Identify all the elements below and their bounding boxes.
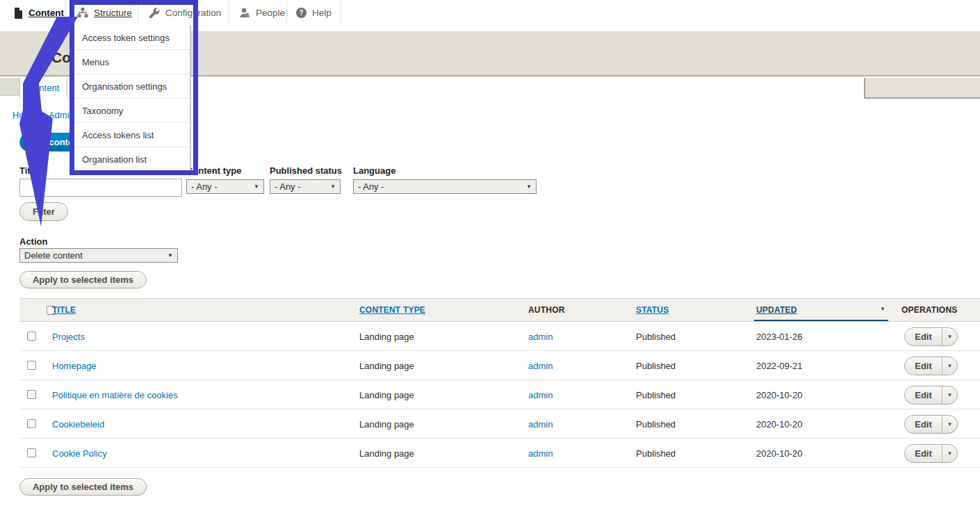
node-title-link[interactable]: Projects: [52, 332, 85, 342]
node-title-link[interactable]: Politique en matière de cookies: [52, 390, 178, 400]
content-type-select-value: - Any -: [191, 181, 218, 192]
edit-split-button[interactable]: Edit ▼: [904, 415, 958, 434]
content-type-select[interactable]: - Any - ▼: [186, 179, 264, 194]
content-type-cell: Landing page: [359, 448, 414, 459]
menu-item-taxonomy[interactable]: Taxonomy: [72, 99, 190, 123]
title-filter-input[interactable]: [19, 179, 182, 197]
menu-item-organisation-settings[interactable]: Organisation settings: [72, 74, 190, 99]
filter-button[interactable]: Filter: [19, 202, 68, 221]
toolbar-item-content[interactable]: Content: [0, 0, 66, 26]
tab-content[interactable]: Content: [19, 78, 67, 97]
edit-split-button[interactable]: Edit ▼: [904, 444, 958, 463]
edit-dropdown-caret-icon[interactable]: ▼: [942, 416, 957, 433]
content-type-cell: Landing page: [359, 390, 414, 400]
wrench-icon: [149, 8, 160, 19]
caret-down-icon: ▼: [526, 183, 532, 190]
edit-dropdown-caret-icon[interactable]: ▼: [942, 386, 957, 404]
node-title-link[interactable]: Cookiebeleid: [52, 419, 104, 430]
caret-down-icon: ▼: [254, 183, 259, 190]
edit-dropdown-caret-icon[interactable]: ▼: [942, 357, 957, 375]
content-type-cell: Landing page: [359, 419, 414, 430]
action-select-value: Delete content: [24, 250, 83, 261]
node-title-link[interactable]: Cookie Policy: [52, 448, 107, 459]
row-checkbox[interactable]: [27, 361, 36, 370]
admin-toolbar: Content Structure Configuration: [0, 0, 980, 26]
edit-split-button[interactable]: Edit ▼: [904, 357, 958, 375]
table-row: Projects Landing page admin Published 20…: [19, 322, 980, 351]
content-type-cell: Landing page: [359, 332, 414, 342]
edit-dropdown-caret-icon[interactable]: ▼: [942, 445, 957, 462]
row-checkbox[interactable]: [27, 390, 36, 399]
edit-button[interactable]: Edit: [905, 416, 942, 433]
toolbar-item-label: Structure: [94, 8, 132, 18]
language-select-value: - Any -: [358, 181, 384, 192]
file-icon: [14, 8, 23, 19]
author-link[interactable]: admin: [528, 390, 553, 400]
content-type-filter-label: Content type: [186, 165, 241, 176]
updated-cell: 2020-10-20: [756, 448, 803, 459]
updated-cell: 2022-09-21: [756, 361, 803, 371]
status-cell: Published: [636, 361, 676, 371]
language-filter-label: Language: [353, 165, 395, 176]
row-checkbox[interactable]: [27, 332, 36, 341]
edit-button[interactable]: Edit: [905, 445, 942, 462]
edit-button[interactable]: Edit: [905, 328, 942, 345]
toolbar-item-people[interactable]: People: [229, 0, 287, 26]
menu-item-organisation-list[interactable]: Organisation list: [72, 147, 190, 172]
edit-split-button[interactable]: Edit ▼: [904, 386, 958, 405]
column-header-content-type[interactable]: CONTENT TYPE: [359, 305, 425, 315]
menu-item-access-token-settings[interactable]: Access token settings: [72, 26, 190, 50]
action-label: Action: [19, 236, 47, 247]
column-header-updated-sorted[interactable]: UPDATED: [756, 305, 797, 315]
title-filter-label: Title: [19, 165, 38, 176]
status-cell: Published: [636, 448, 676, 459]
toolbar-item-structure[interactable]: Structure: [66, 0, 139, 26]
content-type-cell: Landing page: [359, 361, 414, 371]
published-status-filter-label: Published status: [270, 165, 342, 176]
updated-cell: 2020-10-20: [756, 419, 803, 430]
menu-item-access-tokens-list[interactable]: Access tokens list: [72, 123, 190, 147]
toolbar-item-label: Content: [28, 8, 64, 18]
tabbar-right-gray: [864, 78, 980, 99]
person-icon: [239, 8, 250, 19]
edit-dropdown-caret-icon[interactable]: ▼: [942, 328, 957, 345]
caret-down-icon: ▼: [168, 252, 173, 259]
status-cell: Published: [636, 332, 676, 342]
toolbar-item-label: Configuration: [165, 8, 221, 18]
menu-item-menus[interactable]: Menus: [72, 50, 190, 74]
help-circle-icon: ?: [296, 8, 307, 18]
updated-cell: 2023-01-26: [756, 332, 803, 342]
table-row: Cookiebeleid Landing page admin Publishe…: [19, 409, 980, 439]
toolbar-item-label: Help: [312, 8, 332, 18]
apply-to-selected-button-top[interactable]: Apply to selected items: [19, 271, 147, 288]
author-link[interactable]: admin: [528, 448, 553, 459]
caret-down-icon: ▼: [330, 183, 336, 190]
column-header-operations: OPERATIONS: [901, 305, 957, 315]
table-header-row: TITLE CONTENT TYPE AUTHOR STATUS UPDATED…: [19, 298, 980, 322]
toolbar-item-configuration[interactable]: Configuration: [139, 0, 229, 26]
column-header-title[interactable]: TITLE: [52, 305, 76, 315]
edit-split-button[interactable]: Edit ▼: [904, 327, 958, 346]
apply-to-selected-button-bottom[interactable]: Apply to selected items: [19, 478, 147, 496]
sort-desc-caret-icon: ▼: [880, 306, 885, 312]
column-header-status[interactable]: STATUS: [636, 305, 669, 315]
language-select[interactable]: - Any - ▼: [353, 179, 537, 194]
edit-button[interactable]: Edit: [905, 386, 942, 404]
toolbar-item-help[interactable]: ? Help: [287, 0, 341, 26]
column-header-author: AUTHOR: [528, 305, 565, 315]
published-status-select[interactable]: - Any - ▼: [270, 179, 341, 194]
row-checkbox[interactable]: [27, 419, 36, 428]
tab-label: Content: [28, 83, 60, 93]
table-row: Cookie Policy Landing page admin Publish…: [19, 439, 980, 468]
row-checkbox[interactable]: [27, 448, 36, 457]
author-link[interactable]: admin: [528, 332, 553, 342]
author-link[interactable]: admin: [528, 361, 553, 371]
author-link[interactable]: admin: [528, 419, 553, 430]
action-select[interactable]: Delete content ▼: [19, 248, 178, 263]
edit-button[interactable]: Edit: [905, 357, 942, 375]
breadcrumb-separator: »: [40, 110, 45, 120]
status-cell: Published: [636, 419, 676, 430]
breadcrumb-home-link[interactable]: Home: [13, 110, 37, 120]
node-title-link[interactable]: Homepage: [52, 361, 97, 371]
published-status-select-value: - Any -: [275, 181, 301, 192]
